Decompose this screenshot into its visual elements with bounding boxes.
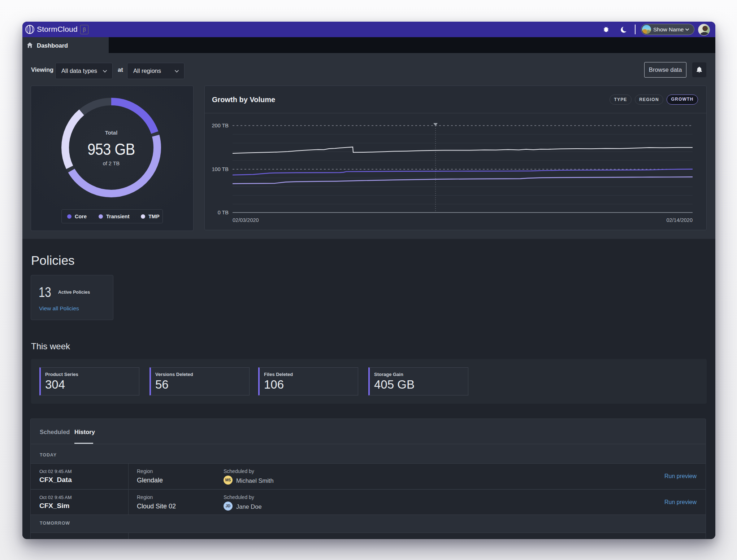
- svg-text:0 TB: 0 TB: [218, 210, 229, 215]
- svg-text:100 TB: 100 TB: [212, 166, 229, 172]
- svg-text:02/03/2020: 02/03/2020: [233, 217, 259, 223]
- svg-text:200 TB: 200 TB: [212, 123, 229, 128]
- svg-text:02/14/2020: 02/14/2020: [666, 217, 693, 223]
